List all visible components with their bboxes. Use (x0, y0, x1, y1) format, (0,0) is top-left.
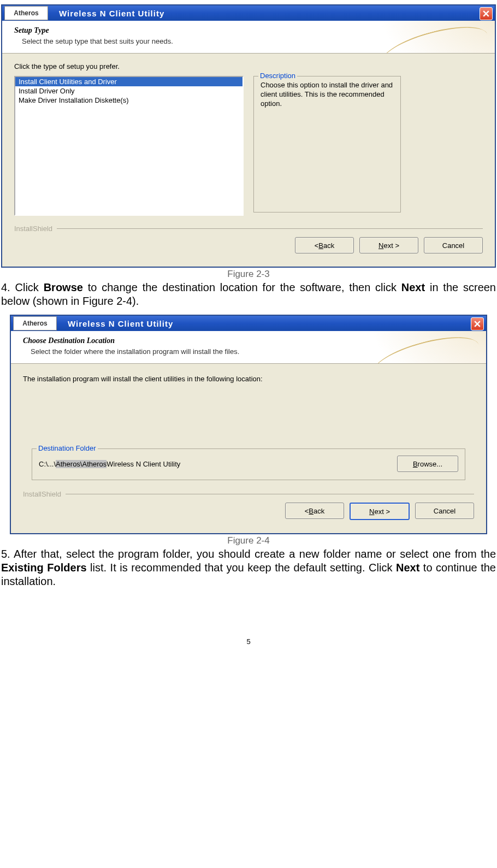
figure-caption-2: Figure 2-4 (1, 535, 496, 546)
destination-path: C:\...\ Atheros\Atheros Wireless N Clien… (39, 460, 180, 468)
next-button[interactable]: Next > (350, 503, 410, 520)
destination-legend: Destination Folder (37, 444, 98, 452)
installshield-label: InstallShield (23, 490, 61, 498)
step-5-text: 5. After that, select the program folder… (1, 547, 496, 588)
step-4-text: 4. Click Browse to change the destinatio… (1, 281, 496, 308)
browse-button[interactable]: Browse... (397, 456, 458, 472)
setup-type-listbox[interactable]: Install Client Utilities and Driver Inst… (14, 76, 244, 216)
cancel-button[interactable]: Cancel (424, 237, 483, 253)
back-button[interactable]: < Back (285, 503, 344, 519)
dialog-body: The installation program will install th… (11, 364, 486, 533)
header-decoration (371, 331, 486, 363)
page-number: 5 (1, 637, 496, 646)
cancel-button[interactable]: Cancel (415, 503, 474, 519)
dialog-header: Setup Type Select the setup type that be… (2, 21, 495, 54)
instruction-text: Click the type of setup you prefer. (14, 62, 483, 70)
button-row: < Back Next > Cancel (23, 503, 474, 528)
next-button[interactable]: Next > (359, 237, 418, 253)
option-install-driver-only[interactable]: Install Driver Only (15, 86, 242, 96)
installshield-divider: InstallShield (23, 490, 474, 498)
option-install-utilities-driver[interactable]: Install Client Utilities and Driver (15, 77, 242, 86)
description-legend: Description (258, 72, 297, 80)
window-title: Wireless N Client Utility (59, 9, 164, 18)
installshield-divider: InstallShield (14, 225, 483, 233)
divider-line (66, 494, 474, 494)
titlebar[interactable]: Atheros Wireless N Client Utility (2, 5, 495, 21)
dialog-body: Click the type of setup you prefer. Inst… (2, 54, 495, 267)
option-make-diskette[interactable]: Make Driver Installation Diskette(s) (15, 96, 242, 105)
button-row: < Back Next > Cancel (14, 237, 483, 261)
close-icon (483, 10, 489, 17)
close-button[interactable] (471, 317, 484, 330)
installshield-label: InstallShield (14, 225, 52, 233)
back-button[interactable]: < Back (295, 237, 354, 253)
figure-caption-1: Figure 2-3 (1, 269, 496, 280)
dialog-header: Choose Destination Location Select the f… (11, 331, 486, 364)
header-decoration (380, 21, 495, 53)
destination-dialog: Atheros Wireless N Client Utility Choose… (10, 315, 487, 534)
window-title: Wireless N Client Utility (68, 319, 173, 328)
divider-line (57, 228, 483, 229)
instruction-text: The installation program will install th… (23, 375, 474, 383)
setup-type-dialog: Atheros Wireless N Client Utility Setup … (1, 4, 496, 268)
destination-folder-group: Destination Folder C:\...\ Atheros\Ather… (32, 448, 465, 480)
titlebar[interactable]: Atheros Wireless N Client Utility (11, 316, 486, 331)
brand-logo: Atheros (4, 6, 48, 20)
description-text: Choose this option to install the driver… (261, 81, 394, 109)
brand-logo: Atheros (13, 316, 57, 330)
description-group: Description Choose this option to instal… (253, 76, 401, 212)
close-button[interactable] (480, 7, 493, 20)
close-icon (474, 321, 481, 327)
